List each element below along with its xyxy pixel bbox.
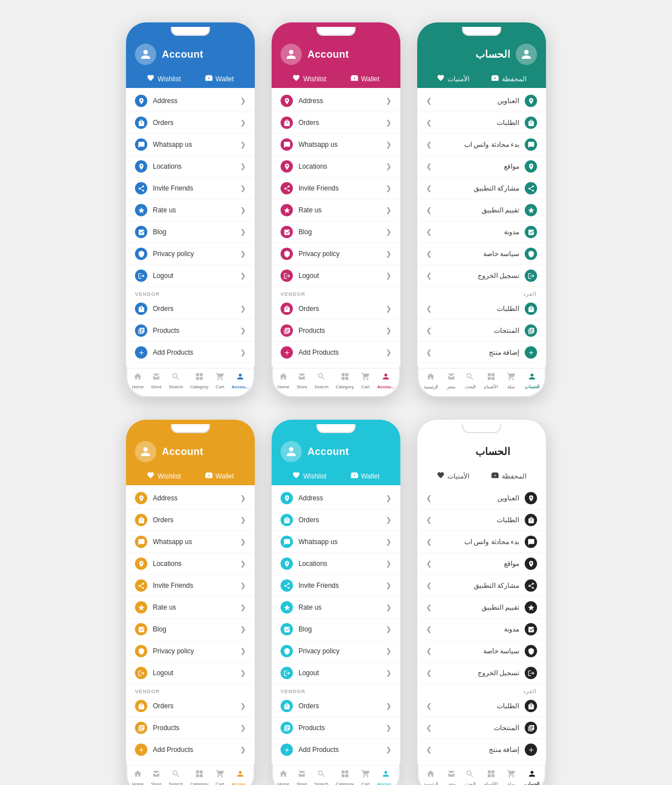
- tab-item[interactable]: المحفظة: [491, 74, 526, 83]
- menu-item[interactable]: مواقع❮: [417, 553, 546, 575]
- nav-item-cart[interactable]: Cart: [361, 372, 370, 389]
- menu-item[interactable]: Invite Friends❯: [126, 575, 255, 597]
- nav-item-category[interactable]: Category: [335, 769, 353, 785]
- nav-item-account[interactable]: الحساب: [525, 769, 539, 785]
- menu-item[interactable]: Privacy policy❯: [272, 640, 400, 662]
- nav-item-store[interactable]: متجر: [447, 769, 456, 785]
- nav-item-home[interactable]: الرئيسية: [424, 769, 438, 785]
- menu-item[interactable]: Locations❯: [126, 156, 255, 178]
- vendor-menu-item[interactable]: Add Products❯: [126, 342, 255, 364]
- tab-item[interactable]: المحفظة: [491, 471, 526, 481]
- menu-item[interactable]: Logout❯: [272, 662, 400, 684]
- nav-item-category[interactable]: الأقسام: [484, 769, 498, 785]
- menu-item[interactable]: بدء محادثة واتس اب❮: [417, 531, 546, 553]
- vendor-menu-item[interactable]: إضافة منتج❮: [417, 342, 546, 364]
- nav-item-search[interactable]: Search: [314, 372, 328, 389]
- menu-item[interactable]: الطلبات❮: [417, 112, 546, 134]
- nav-item-account[interactable]: Accou...: [377, 769, 394, 785]
- nav-item-search[interactable]: Search: [169, 372, 183, 389]
- menu-item[interactable]: Address❯: [272, 90, 400, 112]
- vendor-menu-item[interactable]: Products❯: [126, 320, 255, 342]
- vendor-menu-item[interactable]: المنتجات❮: [417, 717, 546, 739]
- menu-item[interactable]: مدونة❮: [417, 221, 546, 243]
- menu-item[interactable]: تقييم التطبيق❮: [417, 199, 546, 221]
- nav-item-account[interactable]: الحساب: [525, 372, 539, 389]
- menu-item[interactable]: مشاركة التطبيق❮: [417, 178, 546, 199]
- vendor-menu-item[interactable]: الطلبات❮: [417, 298, 546, 320]
- menu-item[interactable]: Locations❯: [126, 553, 255, 575]
- menu-item[interactable]: سياسة خاصة❮: [417, 640, 546, 662]
- tab-item[interactable]: Wishlist: [147, 471, 180, 481]
- menu-item[interactable]: مدونة❮: [417, 619, 546, 640]
- menu-item[interactable]: تقييم التطبيق❮: [417, 597, 546, 619]
- menu-item[interactable]: Orders❯: [272, 509, 400, 531]
- menu-item[interactable]: Rate us❯: [272, 597, 400, 619]
- tab-item[interactable]: الأمنيات: [437, 471, 469, 481]
- vendor-menu-item[interactable]: Orders❯: [126, 298, 255, 320]
- menu-item[interactable]: Logout❯: [272, 265, 400, 287]
- menu-item[interactable]: Orders❯: [126, 509, 255, 531]
- menu-item[interactable]: Orders❯: [272, 112, 400, 134]
- vendor-menu-item[interactable]: إضافة منتج❮: [417, 739, 546, 761]
- tab-item[interactable]: Wallet: [351, 471, 380, 481]
- menu-item[interactable]: Rate us❯: [126, 597, 255, 619]
- menu-item[interactable]: تسجيل الخروج❮: [417, 662, 546, 684]
- tab-item[interactable]: Wallet: [205, 74, 234, 83]
- vendor-menu-item[interactable]: Add Products❯: [126, 739, 255, 761]
- vendor-menu-item[interactable]: Orders❯: [272, 298, 400, 320]
- vendor-menu-item[interactable]: Add Products❯: [272, 342, 400, 364]
- nav-item-store[interactable]: Store: [151, 372, 161, 389]
- nav-item-category[interactable]: Category: [190, 372, 208, 389]
- menu-item[interactable]: Address❯: [126, 487, 255, 509]
- menu-item[interactable]: بدء محادثة واتس اب❮: [417, 134, 546, 156]
- menu-item[interactable]: Whatsapp us❯: [272, 134, 400, 156]
- menu-item[interactable]: Blog❯: [126, 619, 255, 640]
- nav-item-cart[interactable]: Cart: [361, 769, 370, 785]
- menu-item[interactable]: مواقع❮: [417, 156, 546, 178]
- nav-item-category[interactable]: Category: [190, 769, 208, 785]
- nav-item-store[interactable]: متجر: [447, 372, 456, 389]
- menu-item[interactable]: Privacy policy❯: [126, 243, 255, 265]
- nav-item-cart[interactable]: سلة: [507, 372, 516, 389]
- nav-item-home[interactable]: الرئيسية: [424, 372, 438, 389]
- nav-item-cart[interactable]: Cart: [216, 372, 225, 389]
- menu-item[interactable]: Invite Friends❯: [272, 178, 400, 199]
- tab-item[interactable]: Wishlist: [147, 74, 180, 83]
- nav-item-search[interactable]: البحث: [465, 769, 475, 785]
- nav-item-category[interactable]: الأقسام: [484, 372, 498, 389]
- nav-item-home[interactable]: Home: [132, 769, 143, 785]
- nav-item-search[interactable]: Search: [314, 769, 328, 785]
- menu-item[interactable]: Rate us❯: [272, 199, 400, 221]
- nav-item-home[interactable]: Home: [277, 769, 289, 785]
- menu-item[interactable]: Address❯: [272, 487, 400, 509]
- nav-item-store[interactable]: Store: [151, 769, 161, 785]
- nav-item-account[interactable]: Accou...: [231, 769, 249, 785]
- tab-item[interactable]: Wishlist: [292, 471, 326, 481]
- menu-item[interactable]: Invite Friends❯: [126, 178, 255, 199]
- menu-item[interactable]: Blog❯: [272, 619, 400, 640]
- menu-item[interactable]: Orders❯: [126, 112, 255, 134]
- nav-item-search[interactable]: البحث: [465, 372, 475, 389]
- nav-item-account[interactable]: Accou...: [231, 372, 249, 389]
- menu-item[interactable]: الطلبات❮: [417, 509, 546, 531]
- nav-item-category[interactable]: Category: [335, 372, 353, 389]
- menu-item[interactable]: Locations❯: [272, 553, 400, 575]
- menu-item[interactable]: Whatsapp us❯: [272, 531, 400, 553]
- nav-item-account[interactable]: Accou...: [377, 372, 394, 389]
- menu-item[interactable]: Privacy policy❯: [126, 640, 255, 662]
- nav-item-home[interactable]: Home: [132, 372, 143, 389]
- nav-item-cart[interactable]: سلة: [507, 769, 516, 785]
- nav-item-cart[interactable]: Cart: [216, 769, 225, 785]
- menu-item[interactable]: Rate us❯: [126, 199, 255, 221]
- menu-item[interactable]: Privacy policy❯: [272, 243, 400, 265]
- menu-item[interactable]: Blog❯: [126, 221, 255, 243]
- menu-item[interactable]: العناوين❮: [417, 90, 546, 112]
- menu-item[interactable]: سياسة خاصة❮: [417, 243, 546, 265]
- tab-item[interactable]: الأمنيات: [437, 74, 469, 83]
- menu-item[interactable]: Whatsapp us❯: [126, 531, 255, 553]
- nav-item-store[interactable]: Store: [296, 372, 307, 389]
- vendor-menu-item[interactable]: Orders❯: [272, 695, 400, 717]
- vendor-menu-item[interactable]: الطلبات❮: [417, 695, 546, 717]
- vendor-menu-item[interactable]: المنتجات❮: [417, 320, 546, 342]
- tab-item[interactable]: Wallet: [205, 471, 234, 481]
